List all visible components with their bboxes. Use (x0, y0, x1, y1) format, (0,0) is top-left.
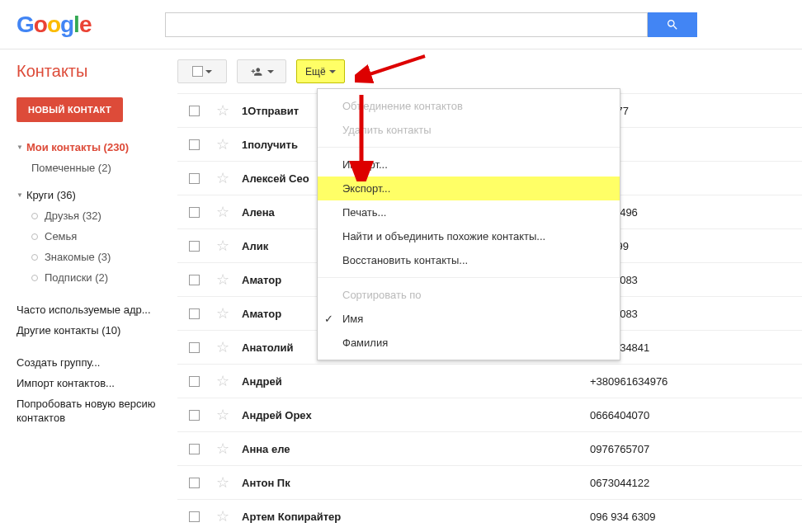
star-toggle[interactable]: ☆ (210, 101, 235, 120)
menu-item-sort-lastname[interactable]: Фамилия (318, 331, 620, 355)
select-all-button[interactable] (177, 59, 227, 83)
more-button-label: Ещё (305, 66, 326, 78)
contact-name: Артем Копирайтер (235, 511, 590, 523)
row-checkbox[interactable] (177, 478, 210, 488)
star-toggle[interactable]: ☆ (210, 473, 235, 492)
bullet-icon (31, 233, 38, 240)
star-icon: ☆ (216, 203, 229, 221)
star-icon: ☆ (216, 135, 229, 153)
star-toggle[interactable]: ☆ (210, 304, 235, 322)
sidebar-label: Семья (45, 230, 77, 242)
row-checkbox[interactable] (177, 444, 210, 454)
star-toggle[interactable]: ☆ (210, 507, 235, 525)
row-checkbox[interactable] (177, 308, 210, 319)
checkbox-icon (189, 410, 200, 421)
star-toggle[interactable]: ☆ (210, 440, 235, 458)
star-toggle[interactable]: ☆ (210, 237, 235, 255)
sidebar-item-import[interactable]: Импорт контактов... (17, 373, 177, 393)
sidebar-item-other[interactable]: Другие контакты (10) (17, 320, 177, 341)
sidebar-item-create-group[interactable]: Создать группу... (17, 352, 177, 373)
page-title: Контакты (17, 62, 177, 81)
row-checkbox[interactable] (177, 207, 210, 218)
contact-phone: +380961634976 (590, 375, 802, 388)
sidebar-label: Создать группу... (17, 356, 100, 369)
sidebar-label: Подписки (2) (45, 271, 108, 284)
contact-name: Антон Пк (235, 477, 590, 489)
bullet-icon (31, 275, 38, 281)
sidebar-item-my-contacts[interactable]: ▼ Мои контакты (230) (17, 137, 177, 158)
menu-item-print[interactable]: Печать... (318, 200, 620, 224)
contact-phone: 98687 (590, 139, 802, 151)
chevron-down-icon (267, 70, 274, 73)
checkbox-icon (192, 66, 203, 77)
app-header: Google (0, 0, 802, 49)
row-checkbox[interactable] (177, 342, 210, 353)
contact-name: Андрей Орех (235, 409, 590, 421)
check-icon: ✓ (324, 313, 333, 325)
star-icon: ☆ (216, 237, 229, 255)
chevron-down-icon (329, 70, 336, 73)
star-toggle[interactable]: ☆ (210, 169, 235, 187)
more-button[interactable]: Ещё (296, 59, 345, 83)
contact-row[interactable]: ☆Анна еле0976765707 (177, 432, 802, 466)
sidebar-item-circles[interactable]: ▼ Круги (36) (17, 185, 177, 205)
star-toggle[interactable]: ☆ (210, 372, 235, 390)
search-bar (165, 12, 697, 37)
search-button[interactable] (648, 12, 697, 37)
menu-item-export[interactable]: Экспорт... (318, 177, 620, 200)
sidebar-item-circle[interactable]: Знакомые (3) (17, 247, 177, 267)
sidebar-item-circle[interactable]: Семья (17, 226, 177, 247)
chevron-down-icon (205, 70, 212, 73)
row-checkbox[interactable] (177, 511, 210, 522)
checkbox-icon (189, 511, 200, 522)
row-checkbox[interactable] (177, 376, 210, 387)
row-checkbox[interactable] (177, 173, 210, 184)
star-toggle[interactable]: ☆ (210, 271, 235, 289)
checkbox-icon (189, 308, 200, 319)
sidebar-item-starred[interactable]: Помеченные (2) (17, 158, 177, 178)
sidebar-label: Мои контакты (230) (26, 141, 129, 153)
star-icon: ☆ (216, 406, 229, 424)
sidebar-item-circle[interactable]: Друзья (32) (17, 205, 177, 226)
row-checkbox[interactable] (177, 106, 210, 116)
checkbox-icon (189, 275, 200, 285)
sidebar-item-frequent[interactable]: Часто используемые адр... (17, 299, 177, 320)
bullet-icon (31, 213, 38, 219)
star-icon: ☆ (216, 304, 229, 322)
contact-phone: 82 5877 (590, 105, 802, 117)
row-checkbox[interactable] (177, 241, 210, 252)
contact-row[interactable]: ☆Артем Копирайтер096 934 6309 (177, 500, 802, 532)
star-toggle[interactable]: ☆ (210, 406, 235, 424)
google-logo[interactable]: Google (17, 12, 165, 38)
star-toggle[interactable]: ☆ (210, 135, 235, 153)
star-toggle[interactable]: ☆ (210, 338, 235, 356)
star-icon: ☆ (216, 101, 229, 120)
menu-label: Имя (342, 313, 363, 325)
row-checkbox[interactable] (177, 139, 210, 150)
checkbox-icon (189, 106, 200, 116)
sidebar-label: Круги (36) (26, 189, 76, 201)
menu-item-restore[interactable]: Восстановить контакты... (318, 248, 620, 272)
menu-item-import[interactable]: Импорт... (318, 153, 620, 177)
sidebar-item-circle[interactable]: Подписки (2) (17, 267, 177, 288)
contact-row[interactable]: ☆Андрей Орех0666404070 (177, 398, 802, 432)
row-checkbox[interactable] (177, 410, 210, 421)
chevron-down-icon: ▼ (17, 144, 23, 151)
search-input[interactable] (165, 12, 648, 37)
row-checkbox[interactable] (177, 275, 210, 285)
star-toggle[interactable]: ☆ (210, 203, 235, 221)
menu-item-delete[interactable]: Удалить контакты (318, 118, 620, 142)
star-icon: ☆ (216, 440, 229, 458)
star-icon: ☆ (216, 169, 229, 187)
add-to-group-button[interactable] (237, 59, 286, 83)
contact-row[interactable]: ☆Антон Пк0673044122 (177, 466, 802, 500)
contact-name: Андрей (235, 375, 590, 388)
contact-row[interactable]: ☆Андрей+380961634976 (177, 365, 802, 398)
menu-item-merge[interactable]: Объединение контактов (318, 94, 620, 118)
sidebar-item-try-new[interactable]: Попробовать новую версию контактов (17, 393, 157, 430)
menu-item-find-merge[interactable]: Найти и объединить похожие контакты... (318, 224, 620, 248)
new-contact-button[interactable]: НОВЫЙ КОНТАКТ (17, 97, 123, 122)
contact-phone: 46 8899 (590, 240, 802, 252)
menu-item-sort-firstname[interactable]: ✓ Имя (318, 307, 620, 331)
menu-separator (318, 147, 620, 148)
